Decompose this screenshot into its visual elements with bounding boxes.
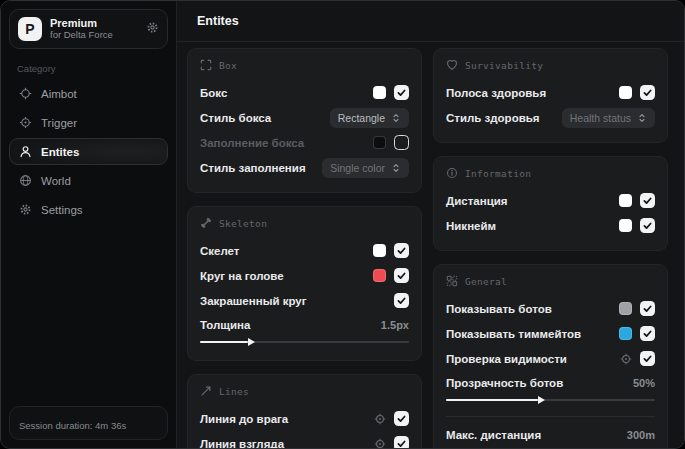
person-icon [19, 145, 32, 158]
scope-icon [19, 116, 32, 129]
app-window: P Premium for Delta Force Category Aimbo… [0, 0, 685, 449]
card-skeleton: Skeleton Скелет Круг на голове [187, 206, 422, 361]
dropdown-health-style[interactable]: Health status [562, 108, 655, 128]
card-lines: Lines Линия до врага Линия взгляда [187, 374, 422, 448]
sidebar-nav: Aimbot Trigger Entites World Settings [9, 80, 168, 223]
setting-row-view-line: Линия взгляда [200, 431, 409, 448]
brand-card: P Premium for Delta Force [9, 9, 168, 49]
brand-title: Premium [50, 17, 138, 30]
sidebar-item-label: Settings [41, 204, 83, 216]
chevrons-up-down-icon [391, 113, 401, 123]
bone-icon [200, 217, 212, 229]
color-swatch[interactable] [619, 327, 632, 340]
color-swatch[interactable] [373, 136, 386, 149]
sidebar-item-entites[interactable]: Entites [9, 138, 168, 165]
checkbox[interactable] [394, 135, 409, 150]
dropdown-box-style[interactable]: Rectangle [330, 108, 409, 128]
dropdown-fill-style[interactable]: Single color [322, 158, 409, 178]
card-title-label: Skeleton [219, 218, 267, 229]
crosshair-icon [19, 87, 32, 100]
slider-thumb[interactable] [248, 338, 255, 346]
sidebar-item-trigger[interactable]: Trigger [9, 109, 168, 136]
setting-row-thickness: Толщина 1.5px [200, 315, 409, 348]
sidebar-item-label: Entites [41, 146, 79, 158]
card-title-label: Survivability [465, 60, 543, 71]
main-panel: Entites Box Бокс [177, 1, 684, 448]
page-title: Entites [177, 1, 684, 42]
card-general: General Показывать ботов Показывать тимм… [433, 264, 668, 448]
brand-logo: P [18, 17, 42, 41]
setting-row-show-teammates: Показывать тиммейтов [446, 321, 655, 346]
checkbox[interactable] [394, 293, 409, 308]
checkbox[interactable] [394, 268, 409, 283]
card-survivability: Survivability Полоса здоровья Стиль здор… [433, 48, 668, 143]
checkbox[interactable] [394, 243, 409, 258]
checkbox[interactable] [640, 193, 655, 208]
grid-icon [446, 275, 458, 287]
setting-row-max-distance: Макс. дистанция 300m [446, 425, 655, 448]
slider-value: 1.5px [381, 319, 409, 331]
chevrons-up-down-icon [637, 113, 647, 123]
checkbox[interactable] [640, 351, 655, 366]
setting-row-show-bots: Показывать ботов [446, 296, 655, 321]
brand-subtitle: for Delta Force [50, 30, 138, 41]
setting-row-skeleton: Скелет [200, 238, 409, 263]
setting-row-bots-opacity: Прозрачность ботов 50% [446, 373, 655, 406]
sidebar-item-world[interactable]: World [9, 167, 168, 194]
setting-row-distance: Дистанция [446, 188, 655, 213]
checkbox[interactable] [394, 411, 409, 426]
setting-row-box-fill: Заполнение бокса [200, 130, 409, 155]
max-distance-slider[interactable] [446, 446, 655, 448]
color-swatch[interactable] [619, 86, 632, 99]
checkbox[interactable] [394, 85, 409, 100]
chevrons-up-down-icon [391, 163, 401, 173]
sidebar-item-label: World [41, 175, 71, 187]
color-swatch[interactable] [373, 269, 386, 282]
thickness-slider[interactable] [200, 336, 409, 348]
sidebar-item-aimbot[interactable]: Aimbot [9, 80, 168, 107]
setting-row-health-style: Стиль здоровья Health status [446, 105, 655, 130]
checkbox[interactable] [640, 218, 655, 233]
setting-row-visibility-check: Проверка видимости [446, 346, 655, 371]
sidebar-item-settings[interactable]: Settings [9, 196, 168, 223]
checkbox[interactable] [640, 326, 655, 341]
scan-corners-icon [200, 59, 212, 71]
card-title-label: General [465, 276, 507, 287]
scope-icon[interactable] [620, 353, 632, 365]
setting-row-filled-circle: Закрашенный круг [200, 288, 409, 313]
gear-icon[interactable] [146, 20, 159, 38]
session-duration: Session duration: 4m 36s [9, 406, 168, 440]
checkbox[interactable] [394, 436, 409, 448]
diagonal-line-icon [200, 385, 212, 397]
slider-thumb[interactable] [538, 396, 545, 404]
card-information: Information Дистанция Никнейм [433, 156, 668, 251]
card-title-label: Box [219, 60, 237, 71]
setting-row-nickname: Никнейм [446, 213, 655, 238]
checkbox[interactable] [640, 301, 655, 316]
scope-icon[interactable] [374, 413, 386, 425]
checkbox[interactable] [640, 85, 655, 100]
setting-row-box-style: Стиль бокса Rectangle [200, 105, 409, 130]
setting-row-enemy-line: Линия до врага [200, 406, 409, 431]
color-swatch[interactable] [619, 219, 632, 232]
card-title-label: Lines [219, 386, 249, 397]
card-title-label: Information [465, 168, 531, 179]
color-swatch[interactable] [373, 244, 386, 257]
sidebar-item-label: Trigger [41, 117, 77, 129]
color-swatch[interactable] [373, 86, 386, 99]
setting-row-box: Бокс [200, 80, 409, 105]
gear-icon [19, 203, 32, 216]
sidebar-item-label: Aimbot [41, 88, 77, 100]
setting-row-head-circle: Круг на голове [200, 263, 409, 288]
setting-row-fill-style: Стиль заполнения Single color [200, 155, 409, 180]
setting-row-health-bar: Полоса здоровья [446, 80, 655, 105]
bots-opacity-slider[interactable] [446, 394, 655, 406]
category-label: Category [17, 63, 168, 74]
color-swatch[interactable] [619, 194, 632, 207]
divider [446, 416, 655, 417]
heart-icon [446, 59, 458, 71]
scope-icon[interactable] [374, 438, 386, 449]
sidebar: P Premium for Delta Force Category Aimbo… [1, 1, 177, 448]
info-icon [446, 167, 458, 179]
color-swatch[interactable] [619, 302, 632, 315]
